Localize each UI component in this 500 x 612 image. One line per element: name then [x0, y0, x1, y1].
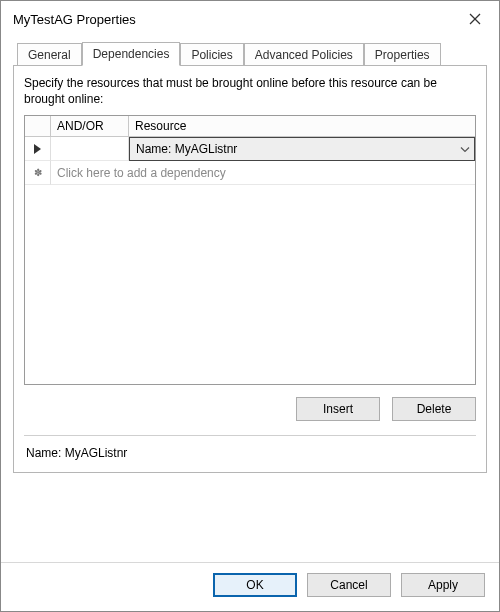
tab-policies[interactable]: Policies: [180, 43, 243, 66]
cell-resource-dropdown[interactable]: Name: MyAGListnr: [129, 137, 475, 161]
grid-header: AND/OR Resource: [25, 116, 475, 137]
grid-body: Name: MyAGListnr ✽ Click here to add a d…: [25, 137, 475, 384]
cell-andor[interactable]: [51, 137, 129, 161]
insert-button[interactable]: Insert: [296, 397, 380, 421]
window-title: MyTestAG Properties: [13, 12, 136, 27]
dialog-content: General Dependencies Policies Advanced P…: [1, 37, 499, 562]
dependencies-panel: Specify the resources that must be broug…: [13, 65, 487, 473]
dependencies-grid[interactable]: AND/OR Resource Name: MyAGListnr: [24, 115, 476, 385]
titlebar: MyTestAG Properties: [1, 1, 499, 37]
tab-advanced-policies[interactable]: Advanced Policies: [244, 43, 364, 66]
close-icon[interactable]: [461, 9, 489, 29]
resource-value: Name: MyAGListnr: [136, 142, 237, 156]
triangle-right-icon: [34, 144, 41, 154]
dialog-button-row: OK Cancel Apply: [1, 562, 499, 611]
placeholder-text[interactable]: Click here to add a dependency: [51, 161, 475, 185]
header-indicator: [25, 116, 51, 137]
new-row-icon: ✽: [25, 161, 51, 185]
tab-strip: General Dependencies Policies Advanced P…: [17, 41, 487, 65]
tab-general[interactable]: General: [17, 43, 82, 66]
table-row-placeholder[interactable]: ✽ Click here to add a dependency: [25, 161, 475, 185]
ok-button[interactable]: OK: [213, 573, 297, 597]
table-row[interactable]: Name: MyAGListnr: [25, 137, 475, 161]
cancel-button[interactable]: Cancel: [307, 573, 391, 597]
tab-properties[interactable]: Properties: [364, 43, 441, 66]
tab-dependencies[interactable]: Dependencies: [82, 42, 181, 66]
header-andor: AND/OR: [51, 116, 129, 137]
separator: [24, 435, 476, 436]
row-indicator-icon: [25, 137, 51, 161]
instruction-text: Specify the resources that must be broug…: [24, 76, 476, 107]
apply-button[interactable]: Apply: [401, 573, 485, 597]
delete-button[interactable]: Delete: [392, 397, 476, 421]
chevron-down-icon[interactable]: [460, 144, 470, 155]
detail-name-label: Name: MyAGListnr: [24, 446, 476, 460]
header-resource: Resource: [129, 116, 475, 137]
grid-action-buttons: Insert Delete: [24, 397, 476, 421]
